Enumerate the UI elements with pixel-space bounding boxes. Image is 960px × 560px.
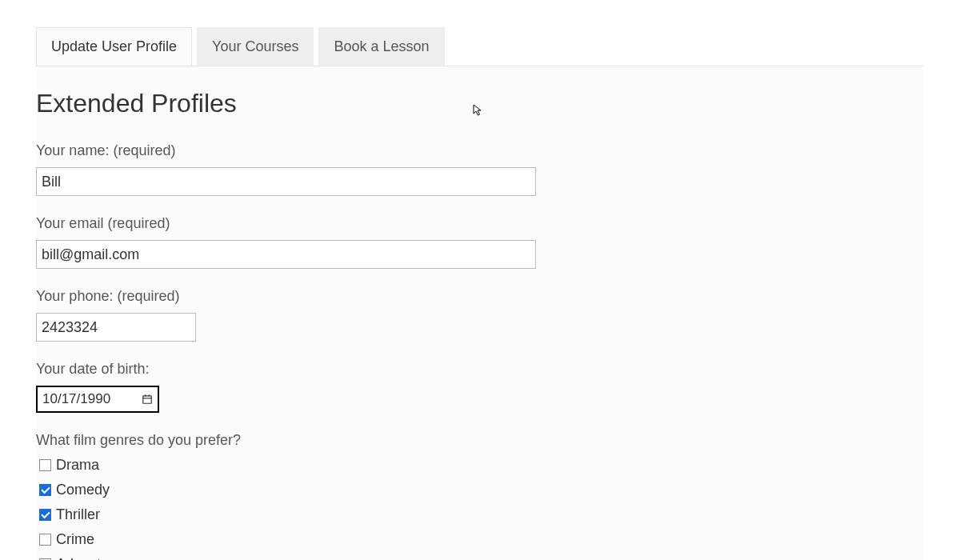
- checkbox-drama[interactable]: [39, 459, 51, 471]
- form-group-email: Your email (required): [36, 215, 924, 269]
- tab-book-a-lesson[interactable]: Book a Lesson: [318, 27, 444, 66]
- form-group-genres: What film genres do you prefer? Drama Co…: [36, 432, 924, 560]
- label-email: Your email (required): [36, 215, 924, 232]
- tabs-bar: Update User Profile Your Courses Book a …: [36, 27, 924, 66]
- svg-rect-0: [143, 396, 152, 403]
- checkbox-thriller[interactable]: [39, 509, 51, 521]
- phone-input[interactable]: [36, 313, 196, 342]
- label-genres: What film genres do you prefer?: [36, 432, 924, 449]
- checkbox-row-crime: Crime: [39, 531, 924, 548]
- dob-input[interactable]: 10/17/1990: [36, 386, 159, 413]
- name-input[interactable]: [36, 167, 536, 196]
- checkbox-label-drama[interactable]: Drama: [56, 457, 99, 474]
- checkbox-label-thriller[interactable]: Thriller: [56, 506, 100, 523]
- dob-value: 10/17/1990: [42, 391, 110, 407]
- checkbox-crime[interactable]: [39, 534, 51, 546]
- page-title: Extended Profiles: [36, 89, 924, 118]
- label-phone: Your phone: (required): [36, 288, 924, 305]
- email-input[interactable]: [36, 240, 536, 269]
- label-dob: Your date of birth:: [36, 361, 924, 378]
- tab-your-courses[interactable]: Your Courses: [197, 27, 314, 66]
- checkbox-row-drama: Drama: [39, 457, 924, 474]
- checkbox-list-genres: Drama Comedy Thriller Crime Adventure: [36, 457, 924, 560]
- form-group-phone: Your phone: (required): [36, 288, 924, 342]
- checkbox-comedy[interactable]: [39, 484, 51, 496]
- tab-update-user-profile[interactable]: Update User Profile: [36, 27, 192, 66]
- checkbox-row-comedy: Comedy: [39, 482, 924, 498]
- label-name: Your name: (required): [36, 142, 924, 159]
- checkbox-label-comedy[interactable]: Comedy: [56, 482, 110, 498]
- checkbox-label-crime[interactable]: Crime: [56, 531, 94, 548]
- checkbox-row-adventure: Adventure: [39, 556, 924, 560]
- checkbox-label-adventure[interactable]: Adventure: [56, 556, 122, 560]
- calendar-icon: [142, 394, 153, 405]
- form-group-name: Your name: (required): [36, 142, 924, 196]
- checkbox-row-thriller: Thriller: [39, 506, 924, 523]
- tab-content: Extended Profiles Your name: (required) …: [36, 66, 924, 560]
- form-group-dob: Your date of birth: 10/17/1990: [36, 361, 924, 413]
